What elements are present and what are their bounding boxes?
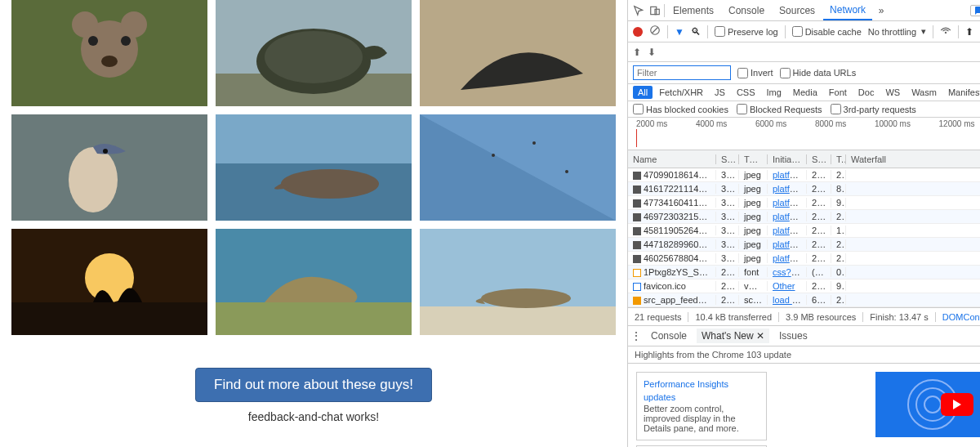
type-fetch[interactable]: Fetch/XHR <box>654 86 708 99</box>
table-row[interactable]: 46025678804_fb8c...304jpegplatform...234… <box>628 252 980 266</box>
table-row[interactable]: 41617221114_4d5...304jpegplatform...235.… <box>628 182 980 196</box>
table-row[interactable]: 1Ptxg8zYS_SKggP...200fontcss?fam...(me..… <box>628 266 980 279</box>
upload-icon[interactable]: ⬆ <box>633 47 641 58</box>
import-icon[interactable]: ⬆ <box>965 26 973 38</box>
col-waterfall[interactable]: Waterfall▲ <box>846 154 980 164</box>
device-toggle-icon[interactable] <box>648 3 662 18</box>
col-type[interactable]: Type <box>739 154 768 164</box>
gallery-image[interactable] <box>420 0 616 106</box>
preserve-log-checkbox[interactable]: Preserve log <box>715 26 778 37</box>
gallery-image[interactable] <box>216 114 412 221</box>
type-font[interactable]: Font <box>824 86 852 99</box>
gallery-image[interactable] <box>11 114 207 221</box>
download-icon[interactable]: ⬇ <box>648 47 656 58</box>
status-requests: 21 requests <box>628 312 688 322</box>
col-status[interactable]: Stat.. <box>716 154 739 164</box>
gallery-image[interactable] <box>420 229 616 335</box>
network-table-header: Name Stat.. Type Initiator Size T.. Wate… <box>628 150 980 168</box>
file-type-icon <box>633 186 641 194</box>
filter-icon[interactable]: ▼ <box>675 26 684 38</box>
type-all[interactable]: All <box>633 86 653 99</box>
drawer-heading: Highlights from the Chrome 103 update <box>628 346 980 364</box>
type-img[interactable]: Img <box>762 86 786 99</box>
insight-subtitle: updates <box>644 392 760 402</box>
initiator-link[interactable]: platform... <box>773 198 807 208</box>
network-conditions-icon[interactable] <box>940 25 951 38</box>
col-size[interactable]: Size <box>807 154 831 164</box>
col-time[interactable]: T.. <box>831 154 846 164</box>
kebab-icon[interactable]: ⋮ <box>631 330 641 342</box>
table-row[interactable]: 46972303215_793...304jpegplatform...235.… <box>628 210 980 224</box>
table-row[interactable]: favicon.ico200vnd...Other233...9... <box>628 279 980 293</box>
initiator-link[interactable]: load scri... <box>773 295 807 305</box>
throttling-select[interactable]: No throttling ▾ <box>868 26 926 37</box>
type-media[interactable]: Media <box>788 86 822 99</box>
svg-point-3 <box>121 36 131 46</box>
file-type-icon <box>633 172 641 180</box>
hide-urls-checkbox[interactable]: Hide data URLs <box>780 68 857 78</box>
gallery-image[interactable] <box>216 0 412 106</box>
filter-input[interactable] <box>633 65 731 80</box>
tick-label: 6000 ms <box>755 119 786 128</box>
tab-elements[interactable]: Elements <box>666 2 720 20</box>
table-row[interactable]: 45811905264_be3...304jpegplatform...235.… <box>628 224 980 238</box>
initiator-link[interactable]: platform... <box>773 253 807 263</box>
gallery-image[interactable] <box>11 0 207 106</box>
record-icon[interactable] <box>633 27 643 37</box>
table-row[interactable]: src_app_feedback-...200scriptload scri..… <box>628 293 980 307</box>
insight-card[interactable]: Performance Insights updates Better zoom… <box>636 372 767 440</box>
drawer-tab-console[interactable]: Console <box>646 329 692 343</box>
type-filter-bar: All Fetch/XHR JS CSS Img Media Font Doc … <box>628 84 980 101</box>
tab-network[interactable]: Network <box>823 1 872 20</box>
initiator-link[interactable]: Other <box>773 281 795 291</box>
initiator-link[interactable]: platform... <box>773 226 807 235</box>
initiator-link[interactable]: css?fam... <box>773 267 807 277</box>
invert-checkbox[interactable]: Invert <box>737 68 773 78</box>
search-icon[interactable]: 🔍︎ <box>691 26 701 38</box>
drawer-tab-issues[interactable]: Issues <box>774 329 813 343</box>
third-party-checkbox[interactable]: 3rd-party requests <box>831 104 916 114</box>
col-name[interactable]: Name <box>628 154 716 164</box>
blocked-cookies-checkbox[interactable]: Has blocked cookies <box>633 104 728 114</box>
svg-point-19 <box>492 154 495 157</box>
clear-icon[interactable] <box>649 25 661 38</box>
blocked-requests-checkbox[interactable]: Blocked Requests <box>737 104 822 114</box>
initiator-link[interactable]: platform... <box>773 184 807 194</box>
type-wasm[interactable]: Wasm <box>906 86 942 99</box>
find-out-more-button[interactable]: Find out more about these guys! <box>195 368 432 402</box>
network-status-bar: 21 requests 10.4 kB transferred 3.9 MB r… <box>628 307 980 325</box>
table-row[interactable]: 47734160411_f2b6...304jpegplatform...235… <box>628 196 980 210</box>
svg-rect-30 <box>651 7 657 14</box>
inspect-icon[interactable] <box>631 3 646 18</box>
file-type-icon <box>633 199 641 208</box>
more-tabs-icon[interactable]: » <box>874 3 889 18</box>
tab-console[interactable]: Console <box>722 2 771 20</box>
filter-bar: Invert Hide data URLs <box>628 62 980 84</box>
table-row[interactable]: 44718289960_e83...304jpegplatform...234.… <box>628 238 980 252</box>
status-transferred: 10.4 kB transferred <box>688 312 779 322</box>
gallery-image[interactable] <box>216 229 412 335</box>
table-row[interactable]: 47099018614_5a6...304jpegplatform...235.… <box>628 168 980 182</box>
drawer-tab-whatsnew[interactable]: What's New ✕ <box>697 329 769 343</box>
gallery-image[interactable] <box>420 114 616 221</box>
issues-badge[interactable]: 1 <box>970 5 980 16</box>
type-css[interactable]: CSS <box>732 86 760 99</box>
svg-line-33 <box>653 28 658 34</box>
initiator-link[interactable]: platform... <box>773 212 807 221</box>
type-js[interactable]: JS <box>710 86 730 99</box>
gallery-image[interactable] <box>11 229 207 335</box>
initiator-link[interactable]: platform... <box>773 170 807 180</box>
type-ws[interactable]: WS <box>880 86 905 99</box>
disable-cache-checkbox[interactable]: Disable cache <box>792 26 862 37</box>
tab-sources[interactable]: Sources <box>773 2 822 20</box>
tick-label: 8000 ms <box>815 119 846 128</box>
col-initiator[interactable]: Initiator <box>768 154 807 164</box>
drawer-content: Performance Insights updates Better zoom… <box>628 364 980 447</box>
load-marker <box>636 129 637 147</box>
promo-video[interactable]: new <box>875 372 980 437</box>
file-type-icon <box>633 269 641 277</box>
initiator-link[interactable]: platform... <box>773 239 807 249</box>
network-overview[interactable]: 2000 ms 4000 ms 6000 ms 8000 ms 10000 ms… <box>628 118 980 150</box>
type-manifest[interactable]: Manifest <box>943 86 980 99</box>
type-doc[interactable]: Doc <box>853 86 880 99</box>
